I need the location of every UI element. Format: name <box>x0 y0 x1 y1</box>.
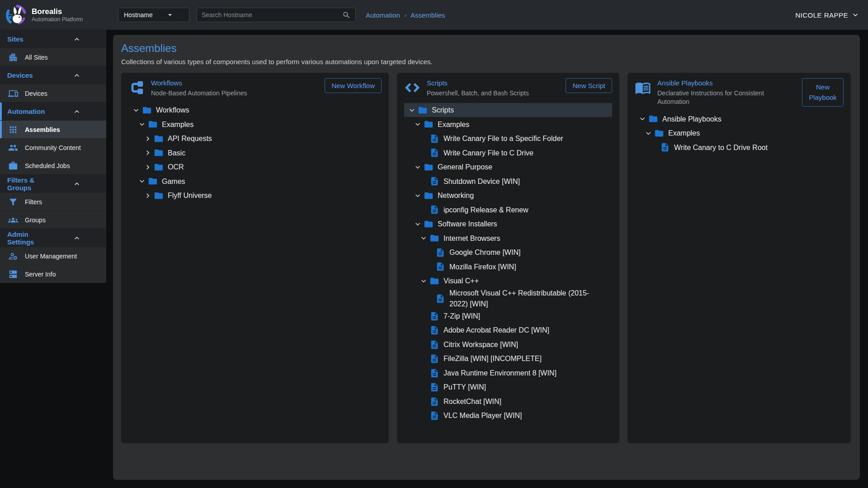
folder-icon <box>654 128 664 138</box>
tree-row[interactable]: Ansible Playbooks <box>635 112 844 127</box>
card-workflows: WorkflowsNode-Based Automation Pipelines… <box>121 73 389 443</box>
tree-item-label: PuTTY [WIN] <box>443 382 486 392</box>
chevron-down-icon[interactable] <box>419 277 428 286</box>
sidebar-item-assemblies[interactable]: Assemblies <box>0 120 106 138</box>
tree-row[interactable]: RocketChat [WIN] <box>404 394 612 409</box>
user-name: NICOLE RAPPE <box>795 11 848 19</box>
search-box <box>197 8 356 22</box>
chevron-down-icon[interactable] <box>644 129 653 138</box>
borealis-logo-icon <box>5 4 27 26</box>
chevron-down-icon[interactable] <box>413 120 422 129</box>
file-icon <box>435 262 445 272</box>
tree-row[interactable]: Java Runtime Environment 8 [WIN] <box>404 366 612 380</box>
hostname-select[interactable]: Hostname <box>118 8 189 22</box>
app-brand: Borealis Automation Platform <box>0 4 106 26</box>
sidebar-item-all-sites[interactable]: All Sites <box>0 48 106 66</box>
chevron-right-icon[interactable] <box>143 163 152 172</box>
tree-item-label: API Requests <box>168 133 212 144</box>
sidebar-item-devices[interactable]: Devices <box>0 84 106 102</box>
tree-row[interactable]: VLC Media Player [WIN] <box>404 408 612 423</box>
new-script-button[interactable]: New Script <box>566 78 612 93</box>
tree-item-label: FileZilla [WIN] [INCOMPLETE] <box>443 353 542 364</box>
breadcrumb-automation[interactable]: Automation <box>366 11 400 19</box>
chevron-right-icon[interactable] <box>143 134 152 143</box>
sidebar-section-label: Devices <box>7 71 54 79</box>
tree-row[interactable]: Examples <box>128 117 382 131</box>
tree-row[interactable]: Examples <box>404 117 612 131</box>
tree-row[interactable]: Scripts <box>404 103 612 117</box>
briefcase-icon <box>8 161 18 171</box>
sidebar-item-groups[interactable]: Groups <box>0 211 106 229</box>
tree-item-label: Basic <box>168 148 185 158</box>
chevron-down-icon[interactable] <box>137 120 146 129</box>
user-menu[interactable]: NICOLE RAPPE <box>795 10 860 19</box>
chevron-down-icon[interactable] <box>132 106 141 115</box>
tree-row[interactable]: Examples <box>635 126 844 141</box>
new-playbook-button[interactable]: New Playbook <box>802 78 844 107</box>
tree-row[interactable]: Write Canary File to C Drive <box>404 145 612 160</box>
tree-row[interactable]: PuTTY [WIN] <box>404 380 612 394</box>
tree-row[interactable]: Google Chrome [WIN] <box>404 245 612 260</box>
tree-row[interactable]: FileZilla [WIN] [INCOMPLETE] <box>404 352 612 366</box>
tree-row[interactable]: Games <box>128 174 382 188</box>
file-icon <box>429 368 439 378</box>
chevron-down-icon[interactable] <box>413 163 422 172</box>
chevron-down-icon[interactable] <box>419 234 428 243</box>
sidebar-item-server-info[interactable]: Server Info <box>0 265 106 283</box>
search-input[interactable] <box>202 11 342 19</box>
breadcrumb: Automation Assemblies <box>366 11 445 19</box>
chevron-down-icon[interactable] <box>638 114 647 123</box>
sidebar-section-devices[interactable]: Devices <box>0 66 106 84</box>
user-gear-icon <box>8 251 18 261</box>
tree-row[interactable]: OCR <box>128 160 382 174</box>
tree-row[interactable]: Shutdown Device [WIN] <box>404 174 612 188</box>
card-title: Workflows <box>151 79 318 87</box>
tree-row[interactable]: Mozilla Firefox [WIN] <box>404 259 612 274</box>
folder-icon <box>154 134 164 144</box>
sidebar-item-label: User Management <box>25 253 77 260</box>
chevron-right-icon[interactable] <box>143 191 152 200</box>
tree-row[interactable]: ipconfig Release & Renew <box>404 202 612 217</box>
tree-row[interactable]: Internet Browsers <box>404 231 612 245</box>
tree-row[interactable]: Workflows <box>128 103 382 117</box>
sidebar-item-community-content[interactable]: Community Content <box>0 138 106 156</box>
tree-row[interactable]: Citrix Workspace [WIN] <box>404 338 612 352</box>
breadcrumb-assemblies[interactable]: Assemblies <box>410 11 445 19</box>
chevron-down-icon[interactable] <box>137 177 146 186</box>
tree-item-label: Java Runtime Environment 8 [WIN] <box>443 368 557 378</box>
file-icon <box>429 325 439 335</box>
tree-row[interactable]: Software Installers <box>404 217 612 231</box>
tree-row[interactable]: Write Canary File to a Specific Folder <box>404 131 612 146</box>
tree-row[interactable]: Basic <box>128 145 382 160</box>
page-description: Collections of various types of componen… <box>121 58 852 66</box>
assembly-cards: WorkflowsNode-Based Automation Pipelines… <box>121 73 852 443</box>
tree-item-label: Google Chrome [WIN] <box>449 247 520 258</box>
chevron-right-icon[interactable] <box>143 148 152 157</box>
tree-item-label: Games <box>162 176 185 187</box>
tree-row[interactable]: Flyff Universe <box>128 188 382 203</box>
sidebar-item-user-management[interactable]: User Management <box>0 247 106 265</box>
sidebar-item-scheduled-jobs[interactable]: Scheduled Jobs <box>0 156 106 174</box>
tree-row[interactable]: Microsoft Visual C++ Redistributable (20… <box>404 288 612 309</box>
tree-row[interactable]: General Purpose <box>404 160 612 174</box>
chevron-down-icon[interactable] <box>413 191 422 200</box>
folder-icon <box>148 119 158 129</box>
sidebar-section-automation[interactable]: Automation <box>0 102 106 120</box>
tree-row[interactable]: Adobe Acrobat Reader DC [WIN] <box>404 323 612 338</box>
sidebar-section-admin-settings[interactable]: Admin Settings <box>0 229 106 247</box>
people-icon <box>8 143 18 153</box>
chevron-down-icon[interactable] <box>407 106 416 115</box>
tree-item-label: Flyff Universe <box>168 190 212 201</box>
sidebar-item-filters[interactable]: Filters <box>0 192 106 211</box>
file-icon <box>429 148 439 158</box>
tree-row[interactable]: Networking <box>404 188 612 203</box>
chevron-down-icon[interactable] <box>413 220 422 229</box>
tree-row[interactable]: Write Canary to C Drive Root <box>635 141 844 155</box>
tree-row[interactable]: API Requests <box>128 131 382 146</box>
tree-item-label: Examples <box>668 128 700 138</box>
tree-row[interactable]: 7-Zip [WIN] <box>404 309 612 324</box>
sidebar-section-sites[interactable]: Sites <box>0 30 106 48</box>
sidebar-section-filters-groups[interactable]: Filters & Groups <box>0 174 106 192</box>
tree-row[interactable]: Visual C++ <box>404 274 612 288</box>
new-workflow-button[interactable]: New Workflow <box>325 78 382 93</box>
